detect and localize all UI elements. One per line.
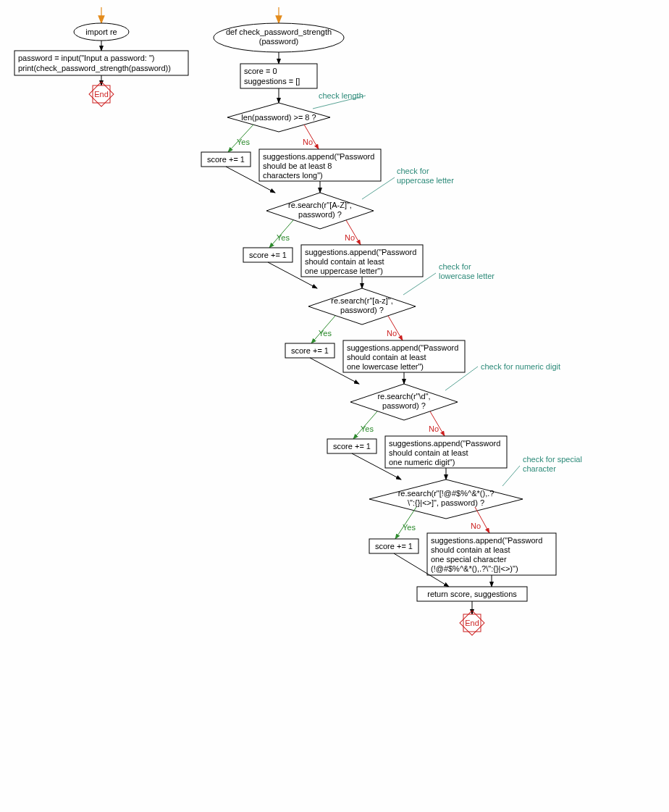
svg-text:suggestions.append("Password: suggestions.append("Password	[347, 343, 458, 352]
flowchart: import re password = input("Input a pass…	[0, 0, 669, 812]
svg-line-63	[502, 466, 520, 486]
svg-text:re.search(r"[a-z]",: re.search(r"[a-z]",	[331, 296, 392, 305]
svg-text:No: No	[303, 138, 313, 146]
svg-text:check for numeric digit: check for numeric digit	[481, 362, 560, 371]
svg-text:End: End	[465, 619, 479, 627]
svg-text:Yes: Yes	[361, 424, 374, 433]
init-line1: score = 0	[244, 67, 277, 75]
svg-text:re.search(r"[!@#$%^&*(),.?: re.search(r"[!@#$%^&*(),.?	[398, 489, 495, 498]
svg-text:one lowercase letter"): one lowercase letter")	[347, 362, 424, 371]
svg-text:return score, suggestions: return score, suggestions	[427, 590, 517, 598]
svg-text:should contain at least: should contain at least	[431, 545, 510, 554]
svg-text:suggestions.append("Password: suggestions.append("Password	[389, 439, 500, 448]
left-chart: import re password = input("Input a pass…	[14, 7, 188, 106]
right-chart: def check_password_strength (password) s…	[201, 7, 582, 635]
def-line1: def check_password_strength	[226, 28, 332, 36]
svg-text:re.search(r"\d",: re.search(r"\d",	[377, 392, 430, 401]
svg-text:check for special: check for special	[523, 455, 582, 464]
def-line2: (password)	[259, 37, 298, 46]
svg-text:Yes: Yes	[319, 329, 332, 338]
comment-upper-l2: uppercase letter	[397, 176, 454, 185]
init-line2: suggestions = []	[244, 77, 300, 85]
svg-text:(!@#$%^&*(),.?\":{}|<>)"): (!@#$%^&*(),.?\":{}|<>)")	[431, 564, 518, 573]
end-node-left: End	[89, 82, 114, 106]
svg-text:password) ?: password) ?	[382, 401, 426, 410]
svg-text:suggestions.append("Password: suggestions.append("Password	[305, 248, 416, 256]
check-special: check for special character re.search(r"…	[369, 455, 582, 587]
svg-text:one special character: one special character	[431, 555, 507, 564]
svg-text:should contain at least: should contain at least	[305, 257, 384, 266]
svg-text:password) ?: password) ?	[298, 210, 342, 219]
svg-text:suggestions.append("Password: suggestions.append("Password	[263, 152, 374, 161]
svg-text:should be at least 8: should be at least 8	[263, 162, 332, 170]
svg-text:one numeric digit"): one numeric digit")	[389, 458, 455, 466]
svg-text:check for: check for	[439, 262, 471, 271]
check-uppercase: check for uppercase letter re.search(r"[…	[243, 167, 454, 288]
svg-text:Yes: Yes	[403, 523, 416, 532]
svg-text:No: No	[345, 233, 355, 242]
svg-text:score += 1: score += 1	[333, 442, 371, 451]
import-text: import re	[85, 28, 117, 36]
svg-text:No: No	[387, 329, 397, 338]
svg-text:\":{}|<>]", password) ?: \":{}|<>]", password) ?	[408, 498, 484, 507]
svg-text:score += 1: score += 1	[291, 346, 329, 355]
svg-text:password) ?: password) ?	[340, 306, 384, 314]
svg-text:should contain at least: should contain at least	[389, 448, 468, 457]
svg-text:characters long"): characters long")	[263, 171, 323, 180]
check-lowercase: check for lowercase letter re.search(r"[…	[285, 262, 495, 384]
svg-text:re.search(r"[A-Z]",: re.search(r"[A-Z]",	[288, 201, 352, 209]
svg-text:suggestions.append("Password: suggestions.append("Password	[431, 536, 542, 545]
svg-text:Yes: Yes	[277, 233, 290, 242]
svg-text:lowercase letter: lowercase letter	[439, 272, 495, 280]
comment-length: check length	[319, 91, 363, 100]
svg-text:score += 1: score += 1	[207, 155, 245, 164]
svg-text:End: End	[94, 90, 109, 99]
comment-upper-l1: check for	[397, 167, 429, 175]
svg-text:score += 1: score += 1	[249, 251, 287, 259]
svg-text:No: No	[429, 424, 439, 433]
check-length: check length len(password) >= 8 ? Yes sc…	[201, 91, 381, 193]
svg-text:len(password) >= 8 ?: len(password) >= 8 ?	[241, 113, 316, 122]
svg-text:score += 1: score += 1	[375, 542, 413, 551]
end-node-right: End	[460, 611, 484, 635]
svg-text:Yes: Yes	[237, 138, 250, 146]
svg-text:should contain at least: should contain at least	[347, 353, 426, 361]
left-body-line1: password = input("Input a password: ")	[18, 54, 155, 62]
svg-text:No: No	[471, 522, 481, 530]
svg-text:character: character	[523, 464, 556, 473]
svg-text:one uppercase letter"): one uppercase letter")	[305, 267, 383, 275]
left-body-line2: print(check_password_strength(password))	[18, 64, 171, 72]
